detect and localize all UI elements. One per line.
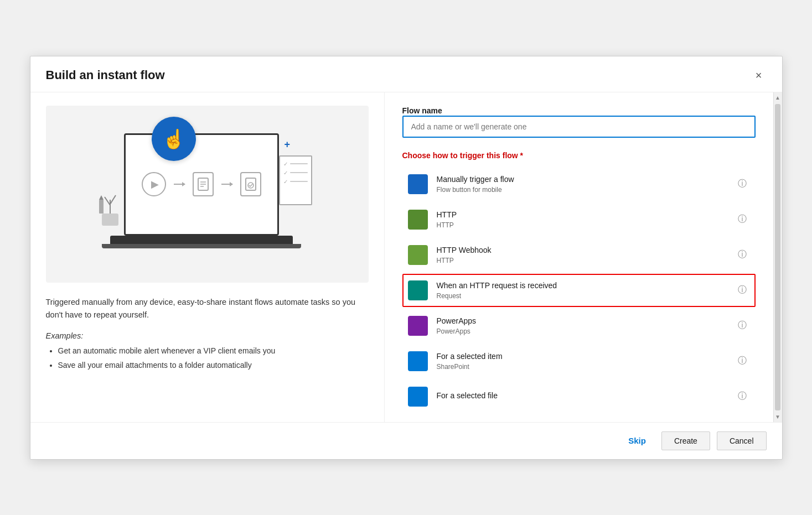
- check-3: ✓: [283, 179, 288, 185]
- description: Triggered manually from any device, easy…: [46, 296, 369, 321]
- trigger-color-http: [408, 210, 428, 230]
- check-1: ✓: [283, 161, 288, 167]
- flow-name-input[interactable]: [402, 116, 756, 138]
- flow-name-label: Flow name: [402, 106, 442, 115]
- examples-list: Get an automatic mobile alert whenever a…: [46, 345, 369, 374]
- trigger-name-http-webhook: HTTP Webhook: [437, 245, 735, 255]
- check-line-2: ✓: [283, 170, 308, 176]
- dialog-header: Build an instant flow ×: [30, 56, 782, 92]
- svg-rect-10: [99, 200, 104, 214]
- trigger-text-selected-file: For a selected file: [437, 391, 735, 402]
- trigger-text-http-request: When an HTTP request is received Request: [437, 280, 735, 299]
- bar-3: [290, 181, 308, 182]
- trigger-name-selected-item: For a selected item: [437, 351, 735, 361]
- skip-button[interactable]: Skip: [619, 431, 655, 450]
- doc-icon: [193, 172, 214, 196]
- close-button[interactable]: ×: [751, 67, 767, 83]
- info-btn-http-webhook[interactable]: ⓘ: [735, 247, 750, 263]
- trigger-color-powerapps: [408, 316, 428, 336]
- trigger-sub-http-request: Request: [437, 292, 735, 300]
- bar-2: [290, 172, 308, 173]
- info-btn-manually[interactable]: ⓘ: [735, 176, 750, 192]
- check-doc-icon: [240, 172, 261, 196]
- check-line-1: ✓: [283, 161, 308, 167]
- trigger-text-http: HTTP HTTP: [437, 210, 735, 228]
- trigger-item-http[interactable]: HTTP HTTP ⓘ: [402, 203, 756, 236]
- arrow-2: [221, 184, 232, 185]
- trigger-name-powerapps: PowerApps: [437, 316, 735, 326]
- examples-title: Examples:: [46, 331, 369, 340]
- trigger-name-http-request: When an HTTP request is received: [437, 280, 735, 290]
- example-2: Save all your email attachments to a fol…: [58, 359, 369, 371]
- dialog-body: ☝ ▶: [30, 92, 782, 422]
- right-panel: Flow name Choose how to trigger this flo…: [385, 92, 773, 422]
- left-panel: ☝ ▶: [30, 92, 385, 422]
- trigger-color-selected-item: [408, 351, 428, 371]
- build-instant-flow-dialog: Build an instant flow × ☝: [30, 56, 783, 460]
- trigger-section-label: Choose how to trigger this flow *: [402, 151, 756, 160]
- trigger-text-http-webhook: HTTP Webhook HTTP: [437, 245, 735, 264]
- deco-plants: [96, 183, 124, 227]
- right-scroll-area[interactable]: Flow name Choose how to trigger this flo…: [402, 106, 760, 413]
- dialog-footer: Skip Create Cancel: [30, 422, 782, 459]
- arrow-1: [174, 184, 185, 185]
- cancel-button[interactable]: Cancel: [717, 431, 767, 450]
- check-line-3: ✓: [283, 179, 308, 185]
- trigger-text-selected-item: For a selected item SharePoint: [437, 351, 735, 370]
- svg-line-9: [110, 195, 116, 204]
- trigger-color-manually: [408, 174, 428, 194]
- dialog-title: Build an instant flow: [46, 68, 165, 82]
- trigger-color-selected-file: [408, 387, 428, 407]
- svg-line-8: [105, 197, 110, 205]
- scroll-thumb[interactable]: [775, 104, 780, 410]
- scroll-up-btn[interactable]: ▲: [774, 93, 782, 102]
- hand-icon: ☝: [162, 128, 185, 150]
- laptop-screen: ▶: [124, 133, 279, 236]
- illustration: ☝ ▶: [46, 106, 369, 283]
- trigger-sub-powerapps: PowerApps: [437, 327, 735, 335]
- laptop-base-bottom: [102, 244, 301, 248]
- create-button[interactable]: Create: [661, 431, 710, 450]
- scroll-down-btn[interactable]: ▼: [774, 413, 782, 421]
- trigger-list: Manually trigger a flow Flow button for …: [402, 168, 756, 413]
- trigger-sub-manually: Flow button for mobile: [437, 186, 735, 194]
- trigger-sub-http: HTTP: [437, 221, 735, 229]
- trigger-name-http: HTTP: [437, 210, 735, 220]
- info-btn-selected-item[interactable]: ⓘ: [735, 353, 750, 369]
- deco-notebook: ✓ ✓ ✓: [279, 155, 312, 205]
- trigger-item-http-request[interactable]: When an HTTP request is received Request…: [402, 274, 756, 307]
- trigger-color-http-webhook: [408, 245, 428, 265]
- trigger-item-selected-item[interactable]: For a selected item SharePoint ⓘ: [402, 345, 756, 378]
- trigger-sub-selected-item: SharePoint: [437, 363, 735, 371]
- scrollbar-area[interactable]: ▲ ▼: [773, 92, 782, 422]
- trigger-color-http-request: [408, 280, 428, 300]
- bar-1: [290, 163, 308, 164]
- info-btn-http[interactable]: ⓘ: [735, 212, 750, 227]
- play-icon: ▶: [142, 172, 166, 196]
- deco-plus: +: [284, 139, 290, 150]
- trigger-sub-http-webhook: HTTP: [437, 257, 735, 264]
- info-btn-selected-file[interactable]: ⓘ: [735, 389, 750, 404]
- illustration-inner: ☝ ▶: [91, 122, 323, 266]
- required-star: *: [520, 151, 523, 160]
- info-btn-powerapps[interactable]: ⓘ: [735, 318, 750, 334]
- trigger-item-manually[interactable]: Manually trigger a flow Flow button for …: [402, 168, 756, 201]
- hand-circle: ☝: [152, 117, 196, 161]
- trigger-item-powerapps[interactable]: PowerApps PowerApps ⓘ: [402, 309, 756, 342]
- info-btn-http-request[interactable]: ⓘ: [735, 283, 750, 298]
- trigger-text-powerapps: PowerApps PowerApps: [437, 316, 735, 335]
- trigger-name-manually: Manually trigger a flow: [437, 174, 735, 184]
- svg-rect-6: [102, 214, 118, 226]
- trigger-item-http-webhook[interactable]: HTTP Webhook HTTP ⓘ: [402, 238, 756, 272]
- trigger-text-manually: Manually trigger a flow Flow button for …: [437, 174, 735, 193]
- check-2: ✓: [283, 170, 288, 176]
- svg-marker-11: [99, 195, 104, 200]
- trigger-item-selected-file[interactable]: For a selected file ⓘ: [402, 380, 756, 413]
- trigger-name-selected-file: For a selected file: [437, 391, 735, 400]
- flow-icons: ▶: [142, 172, 261, 196]
- example-1: Get an automatic mobile alert whenever a…: [58, 345, 369, 357]
